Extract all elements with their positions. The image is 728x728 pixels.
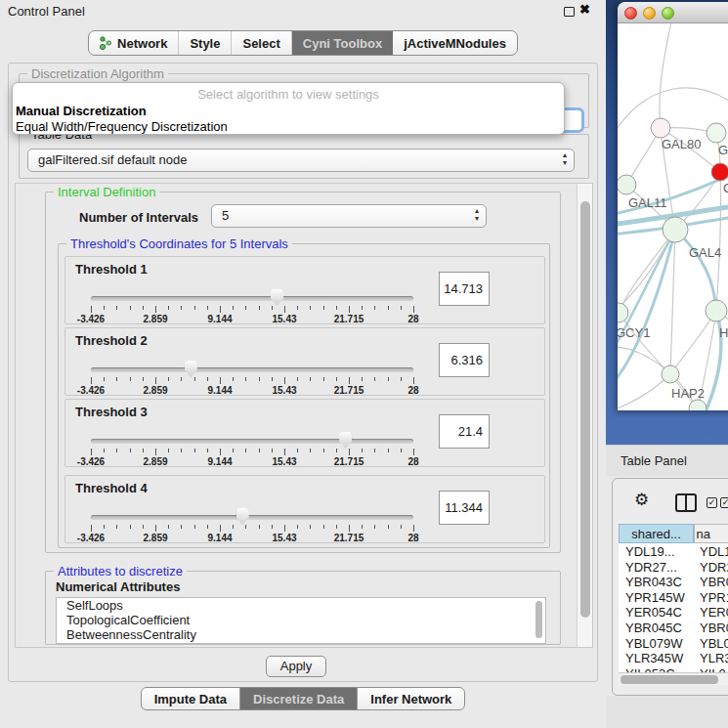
tick-mark xyxy=(259,525,260,529)
tick-label: 28 xyxy=(407,314,418,324)
network-node-ga[interactable] xyxy=(707,123,726,143)
slider-track[interactable] xyxy=(91,515,413,520)
network-node-gal80[interactable] xyxy=(651,118,670,138)
list-scrollbar-thumb[interactable] xyxy=(535,601,542,638)
network-edge-highlighted[interactable] xyxy=(675,230,716,311)
algorithm-option-manual-discretization[interactable]: Manual Discretization xyxy=(16,104,147,118)
vertical-scrollbar-thumb[interactable] xyxy=(580,201,590,618)
tick-label: -3.426 xyxy=(77,533,105,543)
tick-mark xyxy=(413,377,414,384)
table-row[interactable]: YER054CYER0 xyxy=(619,605,728,621)
threshold-value-field[interactable]: 6.316 xyxy=(439,343,490,377)
threshold-value-field[interactable]: 21.4 xyxy=(439,414,490,449)
table-panel-header: Table Panel xyxy=(606,445,728,476)
tab-infer-network[interactable]: Infer Network xyxy=(358,688,464,709)
tick-mark xyxy=(349,377,350,384)
slider-track[interactable] xyxy=(91,367,413,372)
slider-thumb[interactable] xyxy=(236,508,249,525)
network-node-gal11[interactable] xyxy=(618,175,636,194)
table-row[interactable]: YBR045CYBR0 xyxy=(619,621,728,636)
close-icon[interactable]: ✖ xyxy=(579,2,590,17)
network-node-hap2[interactable] xyxy=(662,365,679,383)
bottom-tab-group: Impute DataDiscretize DataInfer Network xyxy=(141,687,466,710)
network-edge[interactable] xyxy=(670,311,716,374)
tick-mark xyxy=(272,449,273,452)
tab-jactivemnodules[interactable]: jActiveMNodules xyxy=(393,31,517,55)
horizontal-scrollbar-thumb[interactable] xyxy=(621,675,718,684)
tab-select[interactable]: Select xyxy=(232,31,291,55)
horizontal-scrollbar[interactable] xyxy=(619,672,728,685)
apply-button[interactable]: Apply xyxy=(266,656,326,677)
tick-mark xyxy=(220,449,221,455)
mac-close-button[interactable] xyxy=(624,7,637,20)
table-row[interactable]: YPR145WYPR1 xyxy=(619,590,728,606)
tab-discretize-data[interactable]: Discretize Data xyxy=(240,688,358,709)
tick-label: 28 xyxy=(407,533,418,543)
tick-mark xyxy=(349,525,350,532)
attribute-item-betweennesscentrality[interactable]: BetweennessCentrality xyxy=(57,627,545,642)
table-data-combobox[interactable]: galFiltered.sif default node ▴▾ xyxy=(27,149,575,172)
network-edge[interactable] xyxy=(716,172,721,311)
tick-mark xyxy=(336,449,337,452)
cell-shared-name: YBR043C xyxy=(619,575,694,590)
table-row[interactable]: YDL19...YDL1 xyxy=(619,544,728,560)
attribute-item-selfloops[interactable]: SelfLoops xyxy=(57,598,545,613)
checkbox-icon[interactable]: ✓ xyxy=(707,497,717,508)
table-row[interactable]: YBL079WYBL0 xyxy=(619,636,728,652)
gear-icon[interactable]: ⚙ xyxy=(634,492,649,508)
slider-thumb[interactable] xyxy=(185,361,197,377)
network-graph: GAL80GACGAL11GAL4GCY1HHAP2 xyxy=(618,23,728,410)
mac-minimize-button[interactable] xyxy=(643,7,656,20)
split-view-icon[interactable] xyxy=(675,493,697,512)
vertical-scrollbar[interactable] xyxy=(577,184,592,647)
cell-shared-name: YDR27... xyxy=(619,560,694,576)
slider-track[interactable] xyxy=(91,296,413,301)
tab-label: Style xyxy=(190,36,220,51)
slider-track[interactable] xyxy=(91,439,413,444)
tick-label: 28 xyxy=(407,385,418,396)
network-edge[interactable] xyxy=(618,230,675,319)
network-edge[interactable] xyxy=(660,23,672,128)
table-row[interactable]: YLR345WYLR3 xyxy=(619,651,728,666)
slider-tick-labels: -3.4262.8599.14415.4321.71528 xyxy=(91,314,413,324)
tab-impute-data[interactable]: Impute Data xyxy=(142,688,240,709)
network-canvas[interactable]: GAL80GACGAL11GAL4GCY1HHAP2 xyxy=(618,23,728,410)
network-edge[interactable] xyxy=(618,374,670,410)
tick-mark xyxy=(272,525,273,529)
tab-network[interactable]: Network xyxy=(89,31,179,55)
mac-zoom-button[interactable] xyxy=(662,7,674,20)
checkbox-icon[interactable]: ✓ xyxy=(720,497,728,508)
tick-label: 28 xyxy=(407,456,418,467)
slider-ticks xyxy=(91,525,413,533)
spinner-arrows-icon: ▴▾ xyxy=(475,207,479,223)
threshold-value-field[interactable]: 14.713 xyxy=(439,272,490,306)
slider-thumb[interactable] xyxy=(271,289,283,306)
network-edge[interactable] xyxy=(619,230,675,313)
tick-mark xyxy=(233,377,234,381)
number-of-intervals-value: 5 xyxy=(222,208,229,223)
tick-mark xyxy=(388,525,389,529)
attribute-item-topologicalcoefficient[interactable]: TopologicalCoefficient xyxy=(57,613,545,627)
network-node-c[interactable] xyxy=(711,163,728,181)
tick-mark xyxy=(336,377,337,381)
tick-label: 21.715 xyxy=(334,456,364,467)
tick-mark xyxy=(181,525,182,529)
tab-cyni-toolbox[interactable]: Cyni Toolbox xyxy=(292,31,393,55)
tick-mark xyxy=(155,306,156,313)
column-header-name[interactable]: na xyxy=(694,524,728,543)
slider-thumb[interactable] xyxy=(339,432,352,449)
network-node-h[interactable] xyxy=(706,300,727,321)
table-row[interactable]: YBR043CYBR0 xyxy=(619,575,728,590)
bottom-tab-bar: Impute DataDiscretize DataInfer Network xyxy=(0,687,606,710)
number-of-intervals-combobox[interactable]: 5 ▴▾ xyxy=(211,204,487,228)
algorithm-option-equal-width-frequency-discretization[interactable]: Equal Width/Frequency Discretization xyxy=(16,119,228,134)
numerical-attributes-list[interactable]: SelfLoopsTopologicalCoefficientBetweenne… xyxy=(56,597,546,644)
float-window-icon[interactable] xyxy=(564,7,575,17)
network-node-gal4[interactable] xyxy=(663,217,688,242)
network-node-gcy1[interactable] xyxy=(618,303,628,322)
threshold-value-field[interactable]: 11.344 xyxy=(439,491,490,525)
column-header-shared-name[interactable]: shared... xyxy=(619,524,694,543)
tab-style[interactable]: Style xyxy=(179,31,232,55)
table-panel-title: Table Panel xyxy=(621,453,687,468)
table-row[interactable]: YDR27...YDR2 xyxy=(619,560,728,576)
